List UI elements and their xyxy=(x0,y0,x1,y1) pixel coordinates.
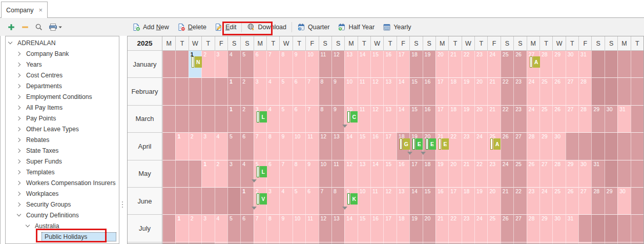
holiday-marker-l[interactable]: L xyxy=(257,166,267,177)
day-cell[interactable]: 25 xyxy=(487,215,500,242)
day-cell[interactable]: 17 xyxy=(409,160,422,188)
day-cell[interactable]: 23 xyxy=(462,215,474,242)
day-cell[interactable]: 19E xyxy=(409,133,422,160)
day-cell[interactable]: 22 xyxy=(448,215,461,242)
day-cell[interactable]: 1 xyxy=(175,215,188,242)
holiday-marker-c[interactable]: C xyxy=(347,111,358,123)
day-cell[interactable]: 27A xyxy=(527,51,539,78)
day-cell[interactable]: 20E xyxy=(423,133,435,160)
day-cell[interactable]: 24 xyxy=(539,188,552,215)
day-cell[interactable]: 20 xyxy=(448,160,461,188)
yearly-button[interactable]: Yearly xyxy=(379,21,415,33)
day-cell[interactable]: 17 xyxy=(383,133,396,160)
day-cell[interactable]: 5 xyxy=(279,78,292,105)
chevron-right-icon[interactable] xyxy=(16,62,22,67)
holiday-marker-k[interactable]: K xyxy=(347,193,358,205)
tree-item-departments[interactable]: Departments xyxy=(6,80,119,91)
day-cell[interactable]: 8 xyxy=(319,106,331,133)
day-cell[interactable]: 10 xyxy=(305,51,318,78)
day-cell[interactable]: 7 xyxy=(254,133,266,160)
day-cell[interactable]: 12 xyxy=(344,160,357,188)
day-cell[interactable]: 27 xyxy=(578,188,591,215)
chevron-right-icon[interactable] xyxy=(16,51,22,56)
remove-node-button[interactable] xyxy=(20,22,30,33)
day-cell[interactable]: 21 xyxy=(435,215,448,242)
day-cell[interactable]: 29 xyxy=(552,51,565,78)
day-cell[interactable]: 24 xyxy=(527,78,539,105)
day-cell[interactable]: 14 xyxy=(397,78,409,105)
day-cell[interactable]: 22 xyxy=(513,188,526,215)
day-cell[interactable]: 17 xyxy=(397,51,409,78)
day-cell[interactable]: 12 xyxy=(319,215,331,242)
day-cell[interactable]: 5 xyxy=(240,51,253,78)
day-cell[interactable]: 24 xyxy=(527,106,539,133)
day-cell[interactable]: 27 xyxy=(566,78,578,105)
day-cell[interactable]: 29 xyxy=(591,106,604,133)
day-cell[interactable]: 28 xyxy=(578,78,591,105)
day-cell[interactable]: 18 xyxy=(448,78,461,105)
day-cell[interactable]: 25 xyxy=(539,106,552,133)
tree-item-workers-compensation-insurers[interactable]: Workers Compensation Insurers xyxy=(6,177,119,188)
day-cell[interactable]: 26 xyxy=(566,188,578,215)
day-cell[interactable]: 7 xyxy=(266,51,279,78)
day-cell[interactable]: 8 xyxy=(331,188,344,215)
day-cell[interactable]: 16 xyxy=(435,188,448,215)
chevron-down-icon[interactable] xyxy=(25,223,30,229)
day-cell[interactable]: 4 xyxy=(227,51,240,78)
day-cell[interactable]: 28 xyxy=(527,133,539,160)
day-cell[interactable]: 8 xyxy=(266,133,279,160)
day-cell[interactable]: 9 xyxy=(279,215,292,242)
tree-item-cost-centres[interactable]: Cost Centres xyxy=(6,70,119,80)
day-cell[interactable]: 25A xyxy=(487,133,500,160)
tree-item-super-funds[interactable]: Super Funds xyxy=(6,156,119,167)
day-cell[interactable]: 2 xyxy=(240,106,253,133)
day-cell[interactable]: 16 xyxy=(397,160,409,188)
half-year-button[interactable]: 6 Half Year xyxy=(334,21,379,33)
day-cell[interactable]: 23 xyxy=(474,51,487,78)
day-cell[interactable]: 21E xyxy=(435,133,448,160)
day-cell[interactable]: 1 xyxy=(227,78,240,105)
day-cell[interactable]: 3 xyxy=(254,78,266,105)
day-cell[interactable]: 19 xyxy=(462,78,474,105)
chevron-right-icon[interactable] xyxy=(16,116,22,121)
day-cell[interactable]: 10C xyxy=(344,106,357,133)
day-cell[interactable]: 28 xyxy=(578,106,591,133)
holiday-marker-a[interactable]: A xyxy=(530,56,540,68)
day-cell[interactable]: 5L xyxy=(254,160,266,188)
day-cell[interactable]: 18G xyxy=(397,133,409,160)
chevron-right-icon[interactable] xyxy=(16,137,22,143)
day-cell[interactable]: 10 xyxy=(293,215,305,242)
chevron-right-icon[interactable] xyxy=(16,191,22,196)
holiday-marker-v[interactable]: V xyxy=(257,193,267,205)
day-cell[interactable]: 2 xyxy=(189,133,201,160)
day-cell[interactable]: 3 xyxy=(215,51,227,78)
holiday-marker-l[interactable]: L xyxy=(257,111,267,123)
day-cell[interactable]: 27 xyxy=(513,133,526,160)
day-cell[interactable]: 15 xyxy=(423,188,435,215)
day-cell[interactable]: 13 xyxy=(344,51,357,78)
chevron-right-icon[interactable] xyxy=(16,94,22,99)
splitter-handle[interactable] xyxy=(121,201,123,212)
day-cell[interactable]: 13 xyxy=(358,160,370,188)
day-cell[interactable]: 12 xyxy=(331,51,344,78)
day-cell[interactable]: 6 xyxy=(254,51,266,78)
print-button[interactable] xyxy=(48,22,63,33)
day-cell[interactable]: 1 xyxy=(175,133,188,160)
day-cell[interactable]: 29 xyxy=(539,133,552,160)
day-cell[interactable]: 25 xyxy=(552,188,565,215)
close-icon[interactable]: × xyxy=(39,7,43,13)
day-cell[interactable]: 25 xyxy=(539,78,552,105)
day-cell[interactable]: 27 xyxy=(513,215,526,242)
day-cell[interactable]: 28 xyxy=(552,160,565,188)
tree-item-all-pay-items[interactable]: All Pay Items xyxy=(6,102,119,113)
day-cell[interactable]: 6 xyxy=(293,78,305,105)
day-cell[interactable]: 23 xyxy=(462,133,474,160)
day-cell[interactable]: 14 xyxy=(370,160,383,188)
holiday-marker-e[interactable]: E xyxy=(426,138,436,150)
day-cell[interactable]: 22 xyxy=(501,106,513,133)
day-cell[interactable]: 5 xyxy=(293,188,305,215)
add-new-button[interactable]: Add New xyxy=(128,21,173,33)
day-cell[interactable]: 31 xyxy=(617,106,630,133)
day-cell[interactable]: 1 xyxy=(240,188,253,215)
holiday-marker-e[interactable]: E xyxy=(412,138,423,150)
